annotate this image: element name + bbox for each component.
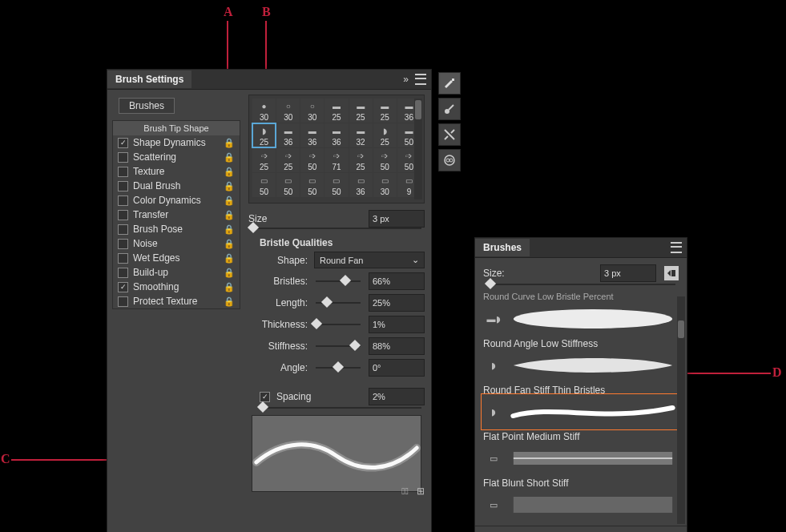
dock-brushes-icon[interactable] [438, 98, 461, 120]
brush-preset[interactable]: ▭50 [276, 173, 300, 197]
stiffness-slider[interactable] [349, 340, 361, 351]
preset-icon: ▭ [333, 173, 340, 187]
brush-thumb-icon: ◗ [485, 407, 502, 417]
option-checkbox[interactable] [118, 210, 128, 220]
brush-preset[interactable]: ▬25 [349, 99, 373, 123]
angle-slider[interactable] [333, 361, 344, 373]
option-noise[interactable]: Noise🔒 [113, 236, 240, 251]
panel-menu-icon[interactable] [415, 74, 426, 85]
option-build-up[interactable]: Build-up🔒 [113, 265, 240, 280]
lock-icon[interactable]: 🔒 [224, 167, 235, 177]
lock-icon[interactable]: 🔒 [224, 210, 235, 220]
brush-preset[interactable]: ▭50 [300, 173, 324, 197]
new-preset-icon[interactable]: ⊞ [417, 486, 425, 497]
option-brush-pose[interactable]: Brush Pose🔒 [113, 222, 240, 236]
brush-preset[interactable]: ➩25 [276, 148, 300, 172]
brush-preset[interactable]: ▬36 [300, 123, 324, 147]
preview-toggle-icon[interactable]: 👁̵ [401, 486, 409, 497]
brushes-tab[interactable]: Brushes [475, 239, 530, 256]
collapse-icon[interactable]: » [403, 74, 409, 85]
brush-preset[interactable]: ▭50 [324, 173, 348, 197]
bristles-slider[interactable] [340, 275, 351, 286]
option-transfer[interactable]: Transfer🔒 [113, 208, 240, 222]
spacing-input[interactable] [369, 388, 425, 405]
stiffness-input[interactable] [369, 337, 425, 355]
length-slider[interactable] [321, 296, 333, 308]
lock-icon[interactable]: 🔒 [224, 282, 235, 292]
dock-tools-icon[interactable] [438, 123, 461, 146]
option-checkbox[interactable] [118, 138, 128, 148]
lock-icon[interactable]: 🔒 [224, 152, 235, 163]
brush-preset[interactable]: ▬25 [373, 99, 397, 123]
option-checkbox[interactable] [118, 253, 128, 264]
lock-icon[interactable]: 🔒 [224, 253, 235, 264]
brush-entry[interactable]: ▭ [483, 489, 679, 521]
option-checkbox[interactable] [118, 224, 128, 235]
option-checkbox[interactable] [118, 282, 128, 292]
brush-preset[interactable]: ▭36 [349, 173, 373, 197]
option-checkbox[interactable] [118, 268, 128, 278]
angle-input[interactable] [369, 359, 425, 377]
option-checkbox[interactable] [118, 239, 128, 249]
option-protect-texture[interactable]: Protect Texture🔒 [113, 294, 240, 308]
lock-icon[interactable]: 🔒 [224, 181, 235, 191]
option-wet-edges[interactable]: Wet Edges🔒 [113, 251, 240, 265]
brush-tip-shape-header[interactable]: Brush Tip Shape [113, 121, 240, 135]
option-checkbox[interactable] [118, 296, 128, 307]
lock-icon[interactable]: 🔒 [224, 239, 235, 249]
brush-preset[interactable]: ▬32 [349, 123, 373, 147]
bristles-input[interactable] [369, 272, 425, 290]
thickness-input[interactable] [369, 316, 425, 333]
shape-dropdown[interactable]: Round Fan ⌄ [314, 252, 425, 268]
brushes-button[interactable]: Brushes [119, 98, 175, 114]
brush-preset[interactable]: ▭50 [252, 173, 276, 197]
brush-preset[interactable]: ▭30 [373, 173, 397, 197]
brush-preset[interactable]: ➩25 [252, 148, 276, 172]
bp-reset-icon[interactable] [664, 266, 679, 280]
brush-preset[interactable]: ◗25 [373, 123, 397, 147]
lock-icon[interactable]: 🔒 [224, 138, 235, 148]
brush-preset[interactable]: ○30 [276, 99, 300, 123]
brush-entry[interactable]: ◗ [483, 349, 679, 381]
preset-scrollbar[interactable] [414, 99, 422, 200]
option-checkbox[interactable] [118, 195, 128, 206]
lock-icon[interactable]: 🔒 [224, 268, 235, 278]
brush-preset[interactable]: ➩50 [373, 148, 397, 172]
brush-entry[interactable]: ▭ [483, 442, 679, 474]
lock-icon[interactable]: 🔒 [224, 224, 235, 235]
option-checkbox[interactable] [118, 181, 128, 191]
brush-preset[interactable]: ➩50 [300, 148, 324, 172]
bp-size-input[interactable] [600, 264, 656, 282]
length-input[interactable] [369, 294, 425, 312]
brush-entry-top-stroke[interactable]: ▬◗ [483, 303, 679, 335]
option-label: Smoothing [133, 281, 179, 292]
brush-entry[interactable]: ◗ [483, 396, 679, 428]
size-input[interactable] [369, 210, 425, 228]
brush-preset[interactable]: ➩71 [324, 148, 348, 172]
brush-preset[interactable]: ◗25 [252, 123, 276, 147]
thickness-slider[interactable] [310, 318, 321, 329]
dock-cc-icon[interactable] [438, 149, 461, 171]
option-texture[interactable]: Texture🔒 [113, 164, 240, 179]
brush-preset[interactable]: ○30 [300, 99, 324, 123]
brush-preset[interactable]: ▬36 [324, 123, 348, 147]
brushes-scrollbar[interactable] [677, 296, 685, 524]
option-color-dynamics[interactable]: Color Dynamics🔒 [113, 193, 240, 208]
option-shape-dynamics[interactable]: Shape Dynamics🔒 [113, 135, 240, 150]
brush-settings-tab[interactable]: Brush Settings [107, 71, 191, 88]
dock-brush-settings-icon[interactable] [438, 72, 461, 95]
option-dual-brush[interactable]: Dual Brush🔒 [113, 179, 240, 193]
option-smoothing[interactable]: Smoothing🔒 [113, 280, 240, 294]
lock-icon[interactable]: 🔒 [224, 296, 235, 307]
spacing-checkbox[interactable] [260, 392, 270, 402]
option-checkbox[interactable] [118, 152, 128, 163]
lock-icon[interactable]: 🔒 [224, 195, 235, 206]
brush-preset[interactable]: ▬36 [276, 123, 300, 147]
option-checkbox[interactable] [118, 167, 128, 177]
brush-preset[interactable]: ●30 [252, 99, 276, 123]
brush-preset[interactable]: ➩25 [349, 148, 373, 172]
brush-preset[interactable]: ▬25 [324, 99, 348, 123]
brushes-panel-menu-icon[interactable] [671, 242, 682, 253]
preset-icon: ➩ [333, 148, 340, 163]
option-scattering[interactable]: Scattering🔒 [113, 150, 240, 164]
